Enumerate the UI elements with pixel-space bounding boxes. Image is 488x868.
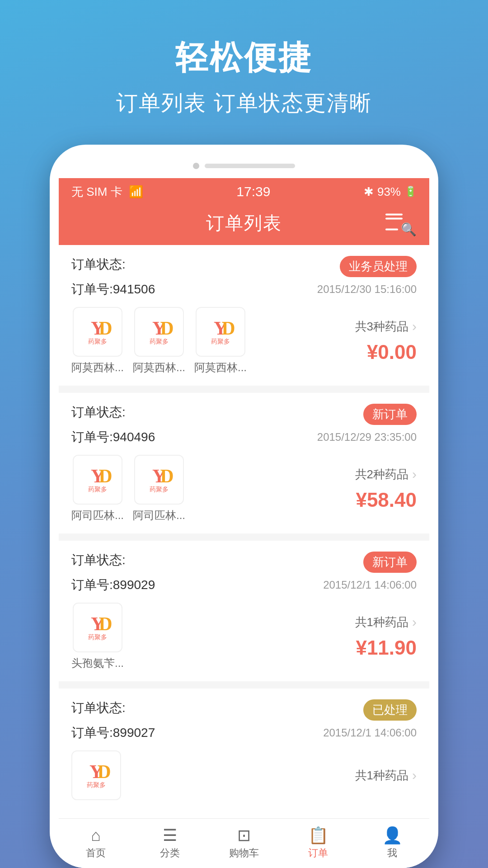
- order-items-row: Y D 药聚多 共1种药品 ›: [71, 750, 417, 800]
- svg-text:D: D: [98, 761, 111, 782]
- order-right: 共1种药品 ›: [355, 768, 417, 783]
- drug-item: Y D 药聚多 阿莫西林...: [194, 307, 247, 375]
- tab-label: 分类: [160, 846, 180, 860]
- tab-item-首页[interactable]: ⌂ 首页: [59, 819, 133, 868]
- drug-item: Y D 药聚多 阿莫西林...: [133, 307, 185, 375]
- home-icon: ⌂: [91, 827, 101, 844]
- chevron-right-icon: ›: [412, 768, 417, 783]
- chevron-right-icon: ›: [412, 319, 417, 334]
- orders-icon: 📋: [308, 827, 328, 844]
- category-icon: ☰: [163, 827, 177, 844]
- svg-text:药聚多: 药聚多: [150, 338, 169, 345]
- profile-icon: 👤: [382, 827, 403, 844]
- order-header: 订单状态: 已处理: [71, 699, 417, 721]
- drug-logo: Y D 药聚多: [73, 455, 122, 505]
- order-card[interactable]: 订单状态: 新订单 订单号:940496 2015/12/29 23:35:00…: [59, 393, 429, 533]
- drug-name: 头孢氨苄...: [71, 656, 124, 670]
- svg-text:药聚多: 药聚多: [211, 338, 230, 345]
- items-count: 共1种药品 ›: [355, 614, 417, 630]
- filter-search-button[interactable]: 🔍: [385, 214, 417, 237]
- bluetooth-icon: ✱: [364, 185, 374, 199]
- tab-item-分类[interactable]: ☰ 分类: [133, 819, 207, 868]
- order-price: ¥11.90: [356, 637, 417, 659]
- top-title: 轻松便捷: [116, 36, 371, 80]
- count-text: 共1种药品: [355, 768, 408, 783]
- drug-name: 阿司匹林...: [71, 508, 124, 523]
- svg-text:药聚多: 药聚多: [87, 781, 106, 788]
- drug-name: 阿莫西林...: [194, 360, 247, 375]
- svg-text:D: D: [99, 318, 113, 339]
- order-status-label: 订单状态:: [71, 404, 126, 421]
- order-info-row: 订单号:940496 2015/12/29 23:35:00: [71, 429, 417, 446]
- count-text: 共2种药品: [355, 467, 408, 482]
- drug-logo: Y D 药聚多: [196, 307, 245, 357]
- order-badge: 新订单: [363, 404, 417, 425]
- svg-text:药聚多: 药聚多: [88, 633, 107, 641]
- order-header: 订单状态: 新订单: [71, 552, 417, 573]
- order-items-row: Y D 药聚多 阿司匹林... Y D 药聚多 阿司匹林... 共2种药品 › …: [71, 455, 417, 523]
- tab-item-我[interactable]: 👤 我: [355, 819, 429, 868]
- svg-text:D: D: [99, 466, 113, 486]
- drug-name: 阿司匹林...: [133, 508, 185, 523]
- order-number: 订单号:899027: [71, 724, 155, 741]
- order-number: 订单号:941506: [71, 281, 155, 298]
- count-text: 共1种药品: [355, 614, 408, 630]
- tab-item-购物车[interactable]: ⊡ 购物车: [207, 819, 281, 868]
- tab-label: 订单: [308, 846, 328, 860]
- order-right: 共1种药品 › ¥11.90: [355, 614, 417, 659]
- svg-text:药聚多: 药聚多: [150, 486, 169, 493]
- drug-item: Y D 药聚多 头孢氨苄...: [71, 603, 124, 670]
- drug-item: Y D 药聚多 阿莫西林...: [71, 307, 124, 375]
- time-display: 17:39: [236, 184, 270, 199]
- order-status-label: 订单状态:: [71, 256, 126, 273]
- drug-logo: Y D 药聚多: [73, 603, 122, 652]
- nav-bar: 订单列表 🔍: [59, 205, 429, 245]
- order-badge: 新订单: [363, 552, 417, 573]
- tab-item-订单[interactable]: 📋 订单: [281, 819, 355, 868]
- cart-icon: ⊡: [237, 827, 251, 844]
- search-icon: 🔍: [401, 222, 417, 237]
- order-card[interactable]: 订单状态: 业务员处理 订单号:941506 2015/12/30 15:16:…: [59, 245, 429, 386]
- items-count: 共3种药品 ›: [355, 319, 417, 335]
- order-number: 订单号:899029: [71, 576, 155, 594]
- order-info-row: 订单号:899027 2015/12/1 14:06:00: [71, 724, 417, 741]
- svg-text:D: D: [160, 466, 174, 486]
- order-card[interactable]: 订单状态: 新订单 订单号:899029 2015/12/1 14:06:00 …: [59, 541, 429, 681]
- chevron-right-icon: ›: [412, 614, 417, 630]
- items-count: 共2种药品 ›: [355, 467, 417, 482]
- order-status-label: 订单状态:: [71, 552, 126, 569]
- drug-name: 阿莫西林...: [71, 360, 124, 375]
- count-text: 共3种药品: [355, 319, 408, 335]
- order-card[interactable]: 订单状态: 已处理 订单号:899027 2015/12/1 14:06:00 …: [59, 689, 429, 811]
- order-list: 订单状态: 业务员处理 订单号:941506 2015/12/30 15:16:…: [59, 245, 429, 811]
- svg-text:D: D: [222, 318, 235, 339]
- drug-logo: Y D 药聚多: [71, 750, 121, 800]
- order-badge: 业务员处理: [340, 256, 417, 277]
- order-date: 2015/12/30 15:16:00: [317, 283, 417, 296]
- status-bar: 无 SIM 卡 📶 17:39 ✱ 93% 🔋: [59, 178, 429, 205]
- notch-bar: [205, 164, 295, 168]
- order-info-row: 订单号:941506 2015/12/30 15:16:00: [71, 281, 417, 298]
- drug-item: Y D 药聚多: [71, 750, 121, 800]
- order-items-row: Y D 药聚多 头孢氨苄... 共1种药品 › ¥11.90: [71, 603, 417, 670]
- top-subtitle: 订单列表 订单状态更清晰: [116, 89, 371, 118]
- tab-label: 我: [387, 846, 397, 860]
- order-header: 订单状态: 业务员处理: [71, 256, 417, 277]
- tab-label: 购物车: [229, 846, 259, 860]
- order-info-row: 订单号:899029 2015/12/1 14:06:00: [71, 576, 417, 594]
- menu-line-1: [385, 214, 403, 216]
- tab-bar: ⌂ 首页 ☰ 分类 ⊡ 购物车 📋 订单 👤 我: [59, 818, 429, 868]
- order-price: ¥0.00: [367, 341, 417, 363]
- drug-logo: Y D 药聚多: [73, 307, 122, 357]
- order-price: ¥58.40: [356, 489, 417, 511]
- wifi-icon: 📶: [129, 185, 143, 199]
- status-right: ✱ 93% 🔋: [364, 185, 417, 199]
- drug-logo: Y D 药聚多: [134, 455, 184, 505]
- order-date: 2015/12/1 14:06:00: [323, 579, 417, 591]
- menu-line-3: [385, 228, 398, 230]
- order-header: 订单状态: 新订单: [71, 404, 417, 425]
- order-right: 共2种药品 › ¥58.40: [355, 467, 417, 511]
- order-date: 2015/12/1 14:06:00: [323, 726, 417, 739]
- page-title: 订单列表: [206, 211, 282, 236]
- order-items-row: Y D 药聚多 阿莫西林... Y D 药聚多 阿莫西林... Y D 药聚多 …: [71, 307, 417, 375]
